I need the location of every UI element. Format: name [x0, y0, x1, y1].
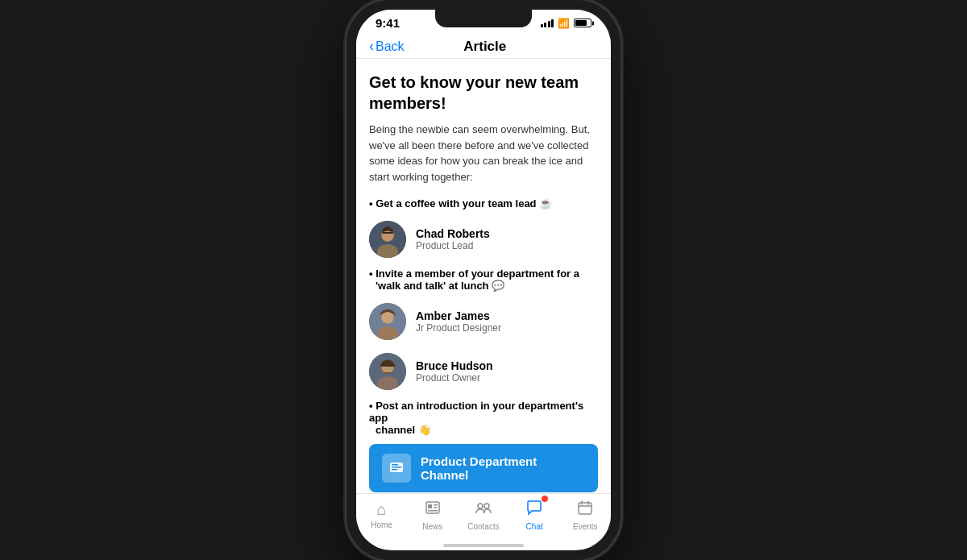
bullet-channel: • Post an introduction in your departmen… [369, 400, 598, 436]
channel-svg-icon [388, 460, 405, 476]
person-card-chad: Chad Roberts Product Lead [369, 218, 598, 261]
tab-chat[interactable]: Chat [514, 499, 554, 531]
navigation-bar: ‹ Back Article [356, 33, 611, 59]
tab-events-label: Events [573, 522, 598, 531]
news-icon [424, 499, 442, 521]
chat-icon [525, 499, 543, 521]
nav-title: Article [405, 39, 566, 55]
avatar-bruce [369, 353, 406, 390]
notch [435, 10, 532, 27]
tab-home-label: Home [371, 521, 392, 529]
article-title: Get to know your new team members! [369, 72, 598, 114]
svg-point-24 [484, 504, 489, 508]
events-icon [576, 499, 594, 521]
home-icon: ⌂ [377, 500, 387, 519]
person-info-amber: Amber James Jr Product Designer [416, 309, 501, 334]
back-label: Back [376, 39, 405, 54]
person-info-chad: Chad Roberts Product Lead [416, 227, 490, 251]
svg-rect-16 [392, 467, 401, 468]
status-icons: 📶 [541, 18, 592, 29]
person-card-bruce: Bruce Hudson Product Owner [369, 350, 598, 393]
avatar-chad [369, 221, 406, 258]
channel-icon [382, 454, 411, 483]
person-info-bruce: Bruce Hudson Product Owner [416, 359, 493, 384]
phone-screen: 9:41 📶 ‹ Back Article [356, 10, 611, 550]
tab-home[interactable]: ⌂ Home [362, 500, 402, 529]
contacts-icon [475, 499, 492, 521]
wifi-icon: 📶 [558, 18, 570, 29]
avatar-amber [369, 303, 406, 340]
svg-rect-25 [579, 503, 591, 514]
bullet-channel-text: • Post an introduction in your departmen… [369, 400, 598, 436]
tab-events[interactable]: Events [565, 499, 605, 531]
person-role-amber: Jr Product Designer [416, 322, 501, 334]
tab-news-label: News [422, 522, 442, 531]
svg-rect-15 [392, 464, 398, 466]
channel-label: Product Department Channel [421, 454, 585, 482]
svg-rect-12 [384, 372, 391, 374]
tab-news[interactable]: News [413, 499, 453, 531]
svg-rect-22 [428, 510, 438, 512]
article-content: Get to know your new team members! Being… [356, 59, 611, 493]
chat-badge [542, 496, 548, 502]
person-role-chad: Product Lead [416, 240, 490, 251]
bullet-lunch-text: • Invite a member of your department for… [369, 268, 579, 292]
person-name-amber: Amber James [416, 309, 501, 322]
channel-button[interactable]: Product Department Channel [369, 444, 598, 492]
svg-rect-19 [428, 504, 432, 508]
tab-chat-label: Chat [526, 522, 543, 531]
person-card-amber: Amber James Jr Product Designer [369, 300, 598, 343]
back-button[interactable]: ‹ Back [369, 38, 405, 55]
tab-bar: ⌂ Home News [356, 493, 611, 539]
person-role-bruce: Product Owner [416, 372, 493, 384]
bullet-lunch: • Invite a member of your department for… [369, 268, 598, 292]
person-name-chad: Chad Roberts [416, 227, 490, 240]
signal-icon [541, 19, 554, 27]
back-chevron-icon: ‹ [369, 38, 374, 55]
bullet-coffee: • Get a coffee with your team lead ☕ [369, 197, 598, 209]
svg-rect-20 [434, 504, 438, 506]
tab-contacts-label: Contacts [467, 522, 499, 531]
article-intro: Being the newbie can seem overwhelming. … [369, 122, 598, 185]
person-name-bruce: Bruce Hudson [416, 359, 493, 372]
battery-icon [574, 19, 591, 27]
svg-point-23 [478, 504, 483, 508]
home-indicator [443, 544, 524, 547]
status-time: 9:41 [376, 16, 400, 30]
svg-point-7 [382, 312, 393, 323]
tab-contacts[interactable]: Contacts [463, 499, 504, 531]
phone-frame: 9:41 📶 ‹ Back Article [347, 0, 620, 560]
svg-rect-4 [382, 232, 393, 234]
svg-rect-17 [392, 469, 397, 471]
svg-rect-21 [434, 507, 437, 508]
